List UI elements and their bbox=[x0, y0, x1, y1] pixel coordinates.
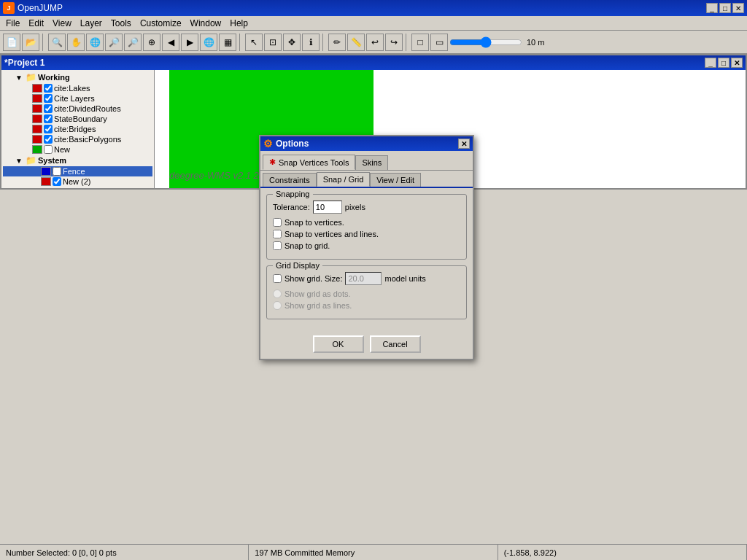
hand-tool[interactable]: ✋ bbox=[67, 34, 85, 51]
tab-view-edit-label: View / Edit bbox=[376, 176, 414, 184]
tab-snap-vertices-tools[interactable]: ✱ Snap Vertices Tools bbox=[263, 155, 355, 170]
project-minimize-btn[interactable]: _ bbox=[705, 58, 716, 68]
working-group[interactable]: ▼ 📁 Working bbox=[3, 71, 152, 83]
show-grid-row: Show grid. Size: model units bbox=[273, 272, 460, 285]
dialog-title-bar: ⚙ Options ✕ bbox=[260, 136, 473, 151]
snapping-group: Snapping Tolerance: pixels Snap to verti… bbox=[266, 194, 467, 260]
grid-display-group-label: Grid Display bbox=[273, 261, 322, 270]
zoom-in-tool[interactable]: 🔎 bbox=[105, 34, 123, 51]
menu-tools[interactable]: Tools bbox=[107, 17, 136, 30]
cancel-button[interactable]: Cancel bbox=[370, 335, 421, 353]
layer-item-fence[interactable]: Fence bbox=[3, 166, 152, 176]
close-button[interactable]: ✕ bbox=[732, 3, 744, 13]
snap-vertices-label: Snap to vertices. bbox=[285, 218, 344, 227]
fence-checkbox[interactable] bbox=[53, 167, 61, 176]
lakes-icon bbox=[32, 84, 42, 93]
snap-vertices-checkbox[interactable] bbox=[273, 218, 282, 227]
menu-edit[interactable]: Edit bbox=[24, 17, 48, 30]
show-dots-radio[interactable] bbox=[273, 289, 282, 298]
new-tool[interactable]: 📄 bbox=[3, 34, 20, 51]
cite-layers-checkbox[interactable] bbox=[44, 94, 53, 103]
system-group[interactable]: ▼ 📁 System bbox=[3, 155, 152, 166]
zoom-area-tool[interactable]: ⊕ bbox=[143, 34, 160, 51]
dialog-body: Snapping Tolerance: pixels Snap to verti… bbox=[260, 188, 473, 331]
layer-item-basic-polygons[interactable]: cite:BasicPolygons bbox=[3, 134, 152, 144]
status-selected-text: Number Selected: 0 [0, 0] 0 pts bbox=[6, 548, 117, 557]
project-title-bar: *Project 1 _ □ ✕ bbox=[1, 55, 746, 70]
redo-tool[interactable]: ↪ bbox=[385, 34, 403, 51]
show-lines-radio[interactable] bbox=[273, 301, 282, 310]
tab-skins[interactable]: Skins bbox=[355, 155, 388, 170]
forward-tool[interactable]: ▶ bbox=[181, 34, 198, 51]
zoom-out-tool[interactable]: 🔎 bbox=[124, 34, 142, 51]
open-tool[interactable]: 📂 bbox=[22, 34, 39, 51]
minimize-button[interactable]: _ bbox=[706, 3, 718, 13]
tab-constraints[interactable]: Constraints bbox=[263, 173, 317, 187]
layer-item-divided-routes[interactable]: cite:DividedRoutes bbox=[3, 104, 152, 114]
layer-item-new[interactable]: New bbox=[3, 144, 152, 155]
layer-item-state-boundary[interactable]: StateBoundary bbox=[3, 114, 152, 124]
select-tool[interactable]: ↖ bbox=[245, 34, 263, 51]
globe-tool[interactable]: 🌐 bbox=[86, 34, 104, 51]
dialog-buttons: OK Cancel bbox=[260, 331, 473, 359]
snap-vertices-lines-label: Snap to vertices and lines. bbox=[285, 230, 379, 238]
rect-tool[interactable]: □ bbox=[411, 34, 429, 51]
sep2 bbox=[239, 34, 242, 51]
bridges-checkbox[interactable] bbox=[44, 125, 53, 133]
menu-help[interactable]: Help bbox=[225, 17, 252, 30]
state-boundary-checkbox[interactable] bbox=[44, 114, 53, 123]
app-title: OpenJUMP bbox=[18, 3, 63, 13]
ok-button[interactable]: OK bbox=[313, 335, 364, 353]
info-tool[interactable]: ℹ bbox=[302, 34, 320, 51]
box-select-tool[interactable]: ⊡ bbox=[264, 34, 282, 51]
tab-view-edit[interactable]: View / Edit bbox=[370, 173, 421, 187]
fence-label: Fence bbox=[63, 167, 85, 176]
back-tool[interactable]: ◀ bbox=[162, 34, 179, 51]
wms-tool[interactable]: 🌐 bbox=[200, 34, 217, 51]
new-icon bbox=[32, 145, 42, 154]
grid-size-input[interactable] bbox=[345, 272, 382, 285]
basic-polygons-checkbox[interactable] bbox=[44, 135, 53, 144]
new-label: New bbox=[54, 145, 70, 154]
layer-item-new-2[interactable]: New (2) bbox=[3, 176, 152, 187]
working-expand: ▼ bbox=[15, 74, 23, 82]
edit-tool[interactable]: ✏ bbox=[328, 34, 346, 51]
new-checkbox[interactable] bbox=[44, 145, 53, 154]
move-tool[interactable]: ✥ bbox=[283, 34, 301, 51]
project-maximize-btn[interactable]: □ bbox=[718, 58, 729, 68]
new-2-checkbox[interactable] bbox=[53, 177, 61, 186]
menu-window[interactable]: Window bbox=[186, 17, 226, 30]
menu-file[interactable]: File bbox=[1, 17, 24, 30]
project-close-btn[interactable]: ✕ bbox=[731, 58, 743, 68]
menu-layer[interactable]: Layer bbox=[76, 17, 107, 30]
basic-polygons-icon bbox=[32, 135, 42, 144]
slider-tool[interactable]: ▭ bbox=[430, 34, 448, 51]
snap-grid-label: Snap to grid. bbox=[285, 241, 330, 250]
layer-item-lakes[interactable]: cite:Lakes bbox=[3, 83, 152, 93]
lakes-checkbox[interactable] bbox=[44, 84, 53, 93]
grid-tool[interactable]: ▦ bbox=[219, 34, 236, 51]
measure-tool[interactable]: 📏 bbox=[347, 34, 365, 51]
maximize-button[interactable]: □ bbox=[719, 3, 731, 13]
layer-panel: ▼ 📁 Working cite:Lakes Cite Layers bbox=[1, 70, 155, 188]
menu-view[interactable]: View bbox=[48, 17, 76, 30]
new-2-label: New (2) bbox=[63, 177, 91, 186]
sep3 bbox=[322, 34, 325, 51]
show-grid-checkbox[interactable] bbox=[273, 274, 282, 283]
tab-snap-grid[interactable]: Snap / Grid bbox=[317, 172, 371, 187]
snap-vertices-lines-checkbox[interactable] bbox=[273, 230, 282, 238]
divided-routes-checkbox[interactable] bbox=[44, 104, 53, 113]
undo-tool[interactable]: ↩ bbox=[366, 34, 384, 51]
working-label: Working bbox=[38, 73, 70, 82]
zoom-slider[interactable] bbox=[449, 36, 522, 48]
zoom-tool[interactable]: 🔍 bbox=[48, 34, 66, 51]
menu-bar: File Edit View Layer Tools Customize Win… bbox=[0, 16, 747, 31]
layer-item-bridges[interactable]: cite:Bridges bbox=[3, 124, 152, 134]
layer-item-cite-layers[interactable]: Cite Layers bbox=[3, 93, 152, 104]
dialog-close-button[interactable]: ✕ bbox=[458, 139, 470, 149]
status-bar: Number Selected: 0 [0, 0] 0 pts 197 MB C… bbox=[0, 544, 747, 560]
zoom-label: 10 m bbox=[527, 38, 544, 47]
menu-customize[interactable]: Customize bbox=[136, 17, 186, 30]
tolerance-input[interactable] bbox=[313, 201, 342, 214]
snap-grid-checkbox[interactable] bbox=[273, 241, 282, 250]
